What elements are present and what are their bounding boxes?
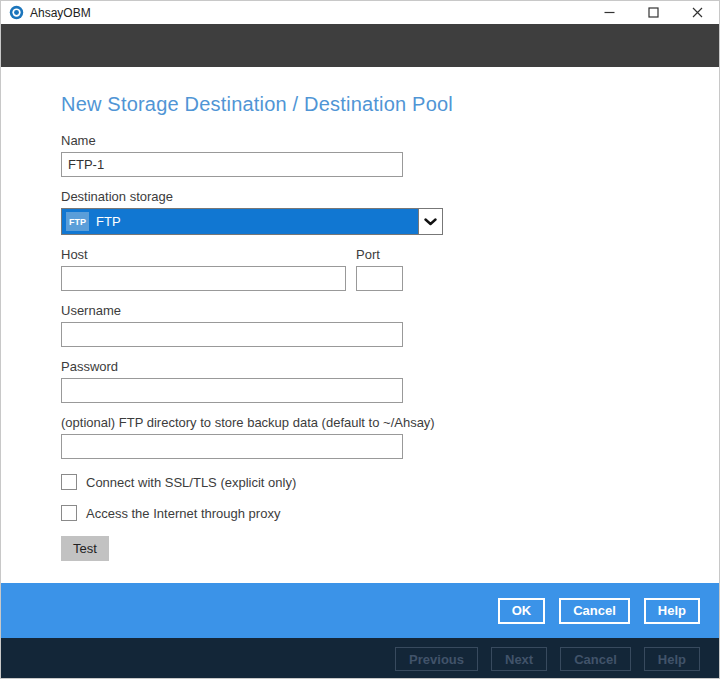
proxy-checkbox-row: Access the Internet through proxy — [61, 505, 719, 521]
app-header-bar — [1, 24, 719, 67]
host-label: Host — [61, 247, 346, 262]
maximize-button[interactable] — [631, 1, 675, 24]
port-label: Port — [356, 247, 403, 262]
help-button[interactable]: Help — [644, 598, 700, 624]
test-button[interactable]: Test — [61, 536, 109, 561]
name-field-group: Name — [61, 133, 719, 177]
password-input[interactable] — [61, 378, 403, 403]
dialog-footer: OK Cancel Help — [1, 583, 719, 638]
ssl-checkbox[interactable] — [61, 474, 77, 490]
main-content: New Storage Destination / Destination Po… — [1, 67, 719, 583]
window-controls — [587, 1, 719, 24]
username-label: Username — [61, 303, 719, 318]
ftp-directory-input[interactable] — [61, 434, 403, 459]
username-field-group: Username — [61, 303, 719, 347]
chevron-down-icon — [424, 218, 437, 226]
page-title: New Storage Destination / Destination Po… — [61, 93, 719, 116]
dropdown-arrow-button[interactable] — [418, 209, 442, 234]
destination-storage-value: FTP — [96, 214, 418, 229]
previous-button[interactable]: Previous — [395, 647, 478, 671]
port-input[interactable] — [356, 266, 403, 291]
name-label: Name — [61, 133, 719, 148]
ahsay-logo-icon — [9, 5, 24, 20]
ssl-checkbox-label: Connect with SSL/TLS (explicit only) — [86, 475, 296, 490]
maximize-icon — [648, 7, 659, 18]
titlebar: AhsayOBM — [1, 1, 719, 24]
password-label: Password — [61, 359, 719, 374]
name-input[interactable] — [61, 152, 403, 177]
host-input[interactable] — [61, 266, 346, 291]
minimize-button[interactable] — [587, 1, 631, 24]
window-title: AhsayOBM — [30, 6, 91, 20]
minimize-icon — [604, 7, 615, 18]
wizard-cancel-button[interactable]: Cancel — [560, 647, 631, 671]
destination-storage-select[interactable]: FTP FTP — [61, 208, 443, 235]
close-button[interactable] — [675, 1, 719, 24]
password-field-group: Password — [61, 359, 719, 403]
ftp-directory-label: (optional) FTP directory to store backup… — [61, 415, 719, 430]
ssl-checkbox-row: Connect with SSL/TLS (explicit only) — [61, 474, 719, 490]
ok-button[interactable]: OK — [498, 598, 546, 624]
port-field-group: Port — [356, 247, 403, 291]
ftp-directory-field-group: (optional) FTP directory to store backup… — [61, 415, 719, 459]
host-field-group: Host — [61, 247, 346, 291]
destination-storage-field-group: Destination storage FTP FTP — [61, 189, 719, 235]
close-icon — [692, 7, 703, 18]
username-input[interactable] — [61, 322, 403, 347]
ahsayobm-window: { "window": { "title": "AhsayOBM" }, "ma… — [0, 0, 720, 679]
destination-storage-label: Destination storage — [61, 189, 719, 204]
wizard-footer: Previous Next Cancel Help — [1, 638, 719, 679]
proxy-checkbox-label: Access the Internet through proxy — [86, 506, 280, 521]
host-port-row: Host Port — [61, 247, 719, 303]
wizard-help-button[interactable]: Help — [644, 647, 700, 671]
next-button[interactable]: Next — [491, 647, 547, 671]
cancel-button[interactable]: Cancel — [559, 598, 630, 624]
proxy-checkbox[interactable] — [61, 505, 77, 521]
ftp-badge-icon: FTP — [66, 212, 89, 231]
